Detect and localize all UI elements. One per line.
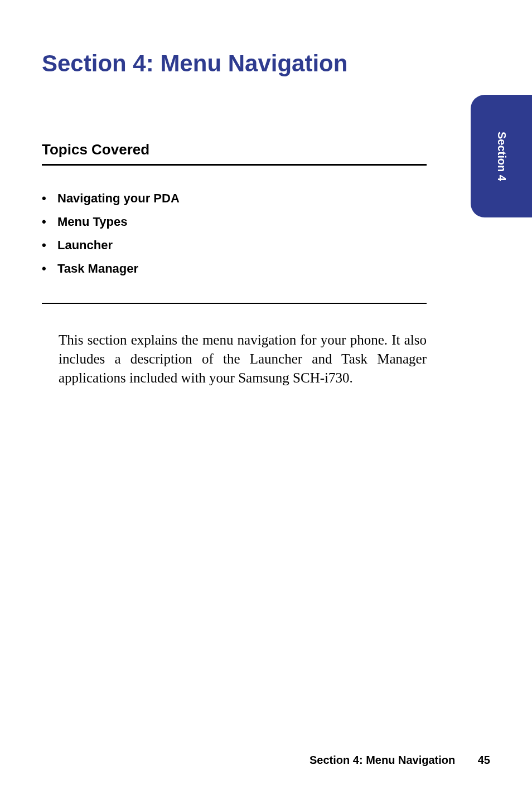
- page-content: Section 4: Menu Navigation Topics Covere…: [0, 0, 532, 799]
- list-item: Navigating your PDA: [42, 187, 427, 210]
- list-item: Launcher: [42, 234, 427, 257]
- list-item: Task Manager: [42, 257, 427, 280]
- footer-section-label: Section 4: Menu Navigation: [309, 754, 455, 766]
- page-title: Section 4: Menu Navigation: [42, 50, 427, 77]
- description-paragraph: This section explains the menu navigatio…: [42, 331, 427, 387]
- topics-divider: [42, 164, 427, 166]
- topics-list: Navigating your PDA Menu Types Launcher …: [42, 187, 427, 280]
- content-divider: [42, 303, 427, 304]
- topics-heading: Topics Covered: [42, 141, 490, 158]
- list-item: Menu Types: [42, 210, 427, 234]
- page-footer: Section 4: Menu Navigation 45: [309, 754, 490, 767]
- page-number: 45: [478, 754, 490, 766]
